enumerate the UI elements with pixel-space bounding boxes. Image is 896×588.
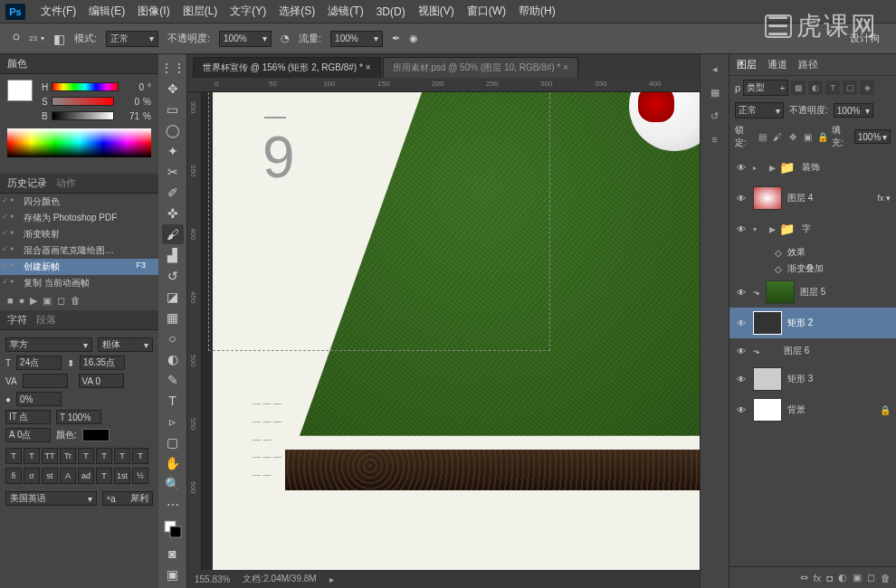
layer-name[interactable]: 背景	[787, 403, 805, 416]
menu-view[interactable]: 视图(V)	[412, 4, 461, 19]
menu-help[interactable]: 帮助(H)	[512, 4, 562, 19]
visibility-icon[interactable]: 👁	[735, 288, 748, 298]
swatch-toggle-icon[interactable]: ◧	[53, 32, 65, 46]
menu-layer[interactable]: 图层(L)	[176, 4, 224, 19]
link-layers-icon[interactable]: ⇔	[800, 572, 808, 583]
menu-window[interactable]: 窗口(W)	[461, 4, 512, 19]
visibility-icon[interactable]: 👁	[735, 346, 748, 356]
action-row[interactable]: ✓混合器画笔克隆绘图…	[0, 242, 158, 259]
menu-edit[interactable]: 编辑(E)	[82, 4, 131, 19]
lock-nest-icon[interactable]: ▣	[802, 130, 814, 143]
format-button[interactable]: Tr	[60, 448, 76, 464]
collapse-icon[interactable]: ◂	[706, 60, 724, 78]
font-weight[interactable]: 粗体▾	[98, 337, 153, 352]
bri-slider[interactable]	[52, 111, 114, 120]
visibility-icon[interactable]: 👁	[735, 318, 748, 328]
lock-pos-icon[interactable]: ✥	[787, 130, 799, 143]
ruler-horizontal[interactable]: 0 50 100 150 200 250 300 350 400	[187, 78, 700, 92]
baseline[interactable]: A 0点	[5, 428, 51, 442]
opentype-button[interactable]: ½	[132, 468, 148, 484]
opentype-button[interactable]: fi	[5, 468, 22, 484]
format-button[interactable]: T	[114, 448, 130, 464]
format-button[interactable]: T	[24, 448, 40, 464]
quickmask-tool[interactable]: ◙	[162, 544, 184, 564]
airbrush-icon[interactable]: ✒	[392, 33, 400, 44]
channels-tab[interactable]: 通道	[767, 58, 787, 71]
menu-file[interactable]: 文件(F)	[34, 4, 82, 19]
marquee-tool[interactable]: ▭	[162, 100, 184, 119]
close-icon[interactable]: ×	[366, 62, 371, 72]
healing-tool[interactable]: ✜	[162, 204, 184, 223]
filter-shape-icon[interactable]: ▢	[843, 81, 857, 95]
doc-size[interactable]: 文档:2.04M/39.8M	[243, 573, 316, 585]
action-row[interactable]: ✓创建新帧F3	[0, 259, 158, 275]
path-tool[interactable]: ▹	[162, 412, 184, 432]
action-row[interactable]: ✓复制 当前动画帧	[0, 275, 158, 291]
pen-tool[interactable]: ✎	[162, 370, 184, 390]
actions-tab[interactable]: 动作	[56, 176, 76, 190]
format-button[interactable]: T	[78, 448, 94, 464]
brush-preset[interactable]: 23 ▾	[7, 30, 44, 48]
opentype-button[interactable]: T	[96, 468, 112, 484]
layer-name[interactable]: 字	[802, 223, 811, 235]
pressure-size-icon[interactable]: ◉	[409, 33, 418, 44]
adjustment-icon[interactable]: ◐	[838, 572, 847, 583]
menu-type[interactable]: 文字(Y)	[224, 4, 272, 19]
menu-select[interactable]: 选择(S)	[272, 4, 321, 19]
hscale[interactable]: T 100%	[56, 410, 101, 424]
properties-icon[interactable]: ≡	[706, 130, 724, 148]
tracking[interactable]: VA 0	[79, 374, 124, 388]
layer-name[interactable]: 装饰	[802, 161, 820, 174]
action-row[interactable]: ✓存储为 Photoshop PDF	[0, 210, 158, 226]
fx-badge[interactable]: fx ▾	[877, 194, 891, 203]
layer-name[interactable]: 图层 4	[787, 192, 813, 204]
screenmode-tool[interactable]: ▣	[162, 564, 184, 584]
hand-tool[interactable]: ✋	[162, 453, 184, 473]
swatches-icon[interactable]: ▦	[706, 83, 724, 101]
gradient-tool[interactable]: ▦	[162, 308, 184, 327]
layer-name[interactable]: 矩形 3	[787, 373, 813, 385]
action-row[interactable]: ✓渐变映射	[0, 226, 158, 242]
layer-row[interactable]: 👁▸▸ 📁装饰	[729, 152, 896, 183]
font-size[interactable]: 24点	[16, 356, 62, 370]
opentype-button[interactable]: st	[42, 468, 58, 484]
canvas-viewport[interactable]: 9 — — —— — —— —— — —— —	[202, 92, 700, 570]
menu-image[interactable]: 图像(I)	[131, 4, 176, 19]
new-layer-icon[interactable]: ◻	[867, 572, 875, 583]
filter-kind[interactable]: 类型÷	[743, 80, 788, 96]
layer-name[interactable]: 图层 5	[800, 286, 825, 299]
eraser-tool[interactable]: ◪	[162, 287, 184, 307]
trash-icon[interactable]: 🗑	[71, 295, 81, 307]
opacity-dropdown[interactable]: 100%▾	[219, 31, 272, 47]
zoom-tool[interactable]: 🔍	[162, 474, 184, 494]
flow-dropdown[interactable]: 100%▾	[330, 31, 383, 47]
lasso-tool[interactable]: ◯	[162, 120, 184, 140]
eyedropper-tool[interactable]: ✐	[162, 183, 184, 203]
group-icon[interactable]: ▣	[853, 572, 862, 583]
color-ramp[interactable]	[7, 128, 151, 157]
layer-row[interactable]: 👁▾▸ 📁字	[729, 213, 896, 244]
history-brush-tool[interactable]: ↺	[162, 266, 184, 286]
lock-trans-icon[interactable]: ▤	[757, 130, 768, 143]
opentype-button[interactable]: A	[60, 468, 76, 484]
close-icon[interactable]: ×	[563, 62, 568, 72]
visibility-icon[interactable]: 👁	[735, 163, 748, 173]
layer-row[interactable]: 👁⬎图层 5	[729, 277, 896, 308]
sat-slider[interactable]	[52, 97, 114, 106]
filter-pixel-icon[interactable]: ▩	[791, 81, 805, 95]
blend-mode[interactable]: 正常▾	[735, 102, 784, 119]
more-tools[interactable]: ⋯	[162, 495, 184, 515]
app-logo[interactable]: Ps	[5, 4, 25, 20]
doc-tab-active[interactable]: 世界杯宣传 @ 156% (矩形 2, RGB/8#) * ×	[193, 57, 381, 78]
scale[interactable]: 0%	[16, 392, 62, 406]
mode-dropdown[interactable]: 正常▾	[106, 31, 158, 47]
history-tab[interactable]: 历史记录	[7, 176, 47, 190]
stamp-tool[interactable]: ▟	[162, 245, 184, 265]
filter-type-icon[interactable]: T	[825, 81, 840, 95]
wand-tool[interactable]: ✦	[162, 141, 184, 161]
lock-all-icon[interactable]: 🔒	[817, 130, 829, 143]
mask-icon[interactable]: ◘	[826, 573, 833, 583]
dodge-tool[interactable]: ◐	[162, 349, 184, 369]
doc-tab-inactive[interactable]: 所用素材.psd @ 50% (图层 10, RGB/8#) * ×	[383, 57, 578, 78]
layer-row[interactable]: 👁⬎图层 6	[729, 338, 896, 364]
